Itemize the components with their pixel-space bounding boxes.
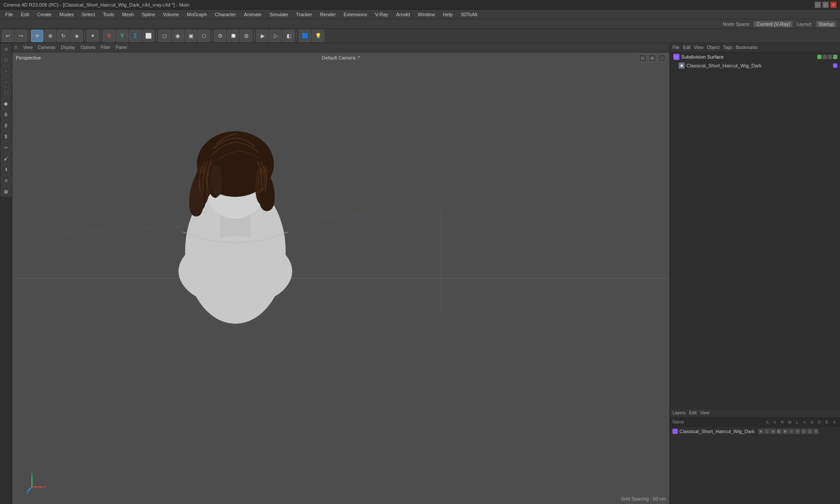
menu-item-select[interactable]: Select (78, 11, 99, 18)
menu-item-help[interactable]: Help (439, 11, 456, 18)
rpanel-menu-item-edit[interactable]: Edit (683, 45, 690, 50)
menu-item-spline[interactable]: Spline (138, 11, 159, 18)
viewport[interactable]: X Y Z Perspective Default Camera :* Grid… (12, 52, 669, 504)
layer-icon-1[interactable]: ■ (758, 429, 763, 434)
sidebar-fill-btn[interactable]: ▦ (1, 186, 11, 196)
snap-settings-btn[interactable]: ⊞ (240, 30, 252, 42)
layers-menu-layers[interactable]: Layers (672, 410, 686, 415)
menu-item-tools[interactable]: Tools (99, 11, 118, 18)
sidebar-poly-btn[interactable]: ⬛ (1, 88, 11, 98)
menu-item-volume[interactable]: Volume (160, 11, 183, 18)
rotate-tool[interactable]: ↻ (57, 30, 70, 42)
minimize-button[interactable]: − (815, 2, 821, 8)
new-object-button[interactable]: ✦ (87, 30, 99, 42)
layer-icon-2[interactable]: □ (764, 429, 770, 434)
sidebar-dollar-btn[interactable]: $ (1, 131, 11, 142)
vp-tab-view[interactable]: View (21, 44, 35, 51)
rpanel-menu-item-tags[interactable]: Tags (723, 45, 732, 50)
layout-value[interactable]: Startup (816, 21, 836, 27)
layers-menu-edit[interactable]: Edit (689, 410, 696, 415)
layers-menu-view[interactable]: View (700, 410, 710, 415)
layer-icon-3[interactable]: ■ (770, 429, 776, 434)
menu-item-render[interactable]: Render (316, 11, 339, 18)
menu-item-modes[interactable]: Modes (56, 11, 77, 18)
toolbar-separator-5 (212, 31, 212, 41)
object-mode-btn[interactable]: ⬜ (142, 30, 154, 42)
vp-tab-options[interactable]: Options (78, 44, 98, 51)
vp-tab-panel[interactable]: Panel (113, 44, 130, 51)
rpanel-menu-item-object[interactable]: Object (707, 45, 720, 50)
magnet-btn[interactable]: ⚙ (214, 30, 226, 42)
object-item-subdivision[interactable]: □ Subdivision Surface (670, 52, 840, 61)
sidebar-mesh-btn[interactable]: ⬡ (1, 55, 11, 65)
move-tool[interactable]: ✛ (31, 30, 43, 42)
sidebar-spline-s-btn[interactable]: S (1, 109, 11, 120)
menu-item-character[interactable]: Character (211, 11, 239, 18)
menu-item-simulate[interactable]: Simulate (266, 11, 292, 18)
menu-item-v-ray[interactable]: V-Ray (371, 11, 392, 18)
layer-icon-9[interactable]: E (807, 429, 812, 434)
left-sidebar: ⊙ ⬡ ◦ ⟋ ⬛ ⬢ S S $ ✏ 🖌 ⬆ ⊘ ▦ (0, 43, 12, 504)
rpanel-menu-item-view[interactable]: View (694, 45, 704, 50)
menu-item-window[interactable]: Window (414, 11, 438, 18)
viewport-tabs: ☰ View Cameras Display Options Filter Pa… (12, 43, 669, 52)
render-btn[interactable]: ▷ (270, 30, 282, 42)
snapping-btn[interactable]: 🔲 (227, 30, 239, 42)
vp-tab-cameras[interactable]: Cameras (35, 44, 59, 51)
menu-item-create[interactable]: Create (34, 11, 55, 18)
viewport-cam-btn[interactable]: 🎥 (658, 54, 666, 62)
layer-icon-8[interactable]: D (801, 429, 806, 434)
sidebar-knife-btn[interactable]: ⊘ (1, 175, 11, 186)
rect-select-btn[interactable]: ▣ (185, 30, 197, 42)
transform-tool[interactable]: ◈ (70, 30, 83, 42)
z-axis-btn[interactable]: Z (129, 30, 141, 42)
sidebar-spline-s2-btn[interactable]: S (1, 120, 11, 131)
undo-button[interactable]: ↩ (2, 30, 14, 42)
poly-select-btn[interactable]: ⬡ (198, 30, 210, 42)
menu-item-edit[interactable]: Edit (18, 11, 33, 18)
close-button[interactable]: × (830, 2, 836, 8)
object-item-haircut[interactable]: ▣ Classical_Short_Haircut_Wig_Dark (670, 61, 840, 70)
layer-icon-5[interactable]: ▶ (783, 429, 788, 434)
sidebar-edge-btn[interactable]: ⟋ (1, 77, 11, 87)
selection-tool[interactable]: ◻ (158, 30, 171, 42)
sidebar-pen-btn[interactable]: ✏ (1, 142, 11, 153)
viewport-layout-btn[interactable]: ⊞ (648, 54, 656, 62)
rpanel-menu-item-bookmarks[interactable]: Bookmarks (736, 45, 758, 50)
menu-item-tracker[interactable]: Tracker (293, 11, 316, 18)
x-axis-btn[interactable]: X (103, 30, 115, 42)
layer-icon-10[interactable]: ✕ (813, 429, 819, 434)
vis-dot-2 (822, 55, 827, 59)
menu-item-mograph[interactable]: MoGraph (183, 11, 210, 18)
menu-item-mesh[interactable]: Mesh (119, 11, 137, 18)
vp-tab-filter[interactable]: Filter (98, 44, 113, 51)
layer-item-haircut[interactable]: Classical_Short_Haircut_Wig_Dark ■ □ ■ ◧… (670, 427, 840, 436)
live-select-btn[interactable]: ◉ (172, 30, 184, 42)
sidebar-brush-btn[interactable]: 🖌 (1, 153, 11, 164)
render-settings-btn[interactable]: ◧ (283, 30, 295, 42)
layer-icon-7[interactable]: ⊕ (795, 429, 800, 434)
sidebar-extrude-btn[interactable]: ⬆ (1, 164, 11, 175)
layer-color-dot (672, 429, 678, 434)
redo-button[interactable]: ↪ (15, 30, 27, 42)
y-axis-btn[interactable]: Y (116, 30, 128, 42)
sidebar-point-btn[interactable]: ◦ (1, 66, 11, 76)
viewport-maximize-btn[interactable]: ⊡ (639, 54, 647, 62)
sidebar-uvw-btn[interactable]: ⬢ (1, 98, 11, 109)
cube-object-btn[interactable]: 🟦 (299, 30, 311, 42)
sidebar-select-btn[interactable]: ⊙ (1, 44, 11, 54)
scale-tool[interactable]: ⊕ (44, 30, 56, 42)
menu-item-arnold[interactable]: Arnold (392, 11, 413, 18)
menu-item-extensions[interactable]: Extensions (340, 11, 371, 18)
rpanel-menu-item-file[interactable]: File (672, 45, 679, 50)
layer-icon-6[interactable]: + (789, 429, 794, 434)
menu-item-file[interactable]: File (2, 11, 17, 18)
maximize-button[interactable]: □ (822, 2, 829, 8)
node-space-value[interactable]: Current (V-Ray) (754, 21, 793, 27)
menu-item-animate[interactable]: Animate (240, 11, 265, 18)
menu-item-3dtoall[interactable]: 3DToAll (457, 11, 481, 18)
light-btn[interactable]: 💡 (312, 30, 324, 42)
render-preview-btn[interactable]: ▶ (256, 30, 269, 42)
layer-icon-4[interactable]: ◧ (777, 429, 782, 434)
vp-tab-display[interactable]: Display (58, 44, 78, 51)
